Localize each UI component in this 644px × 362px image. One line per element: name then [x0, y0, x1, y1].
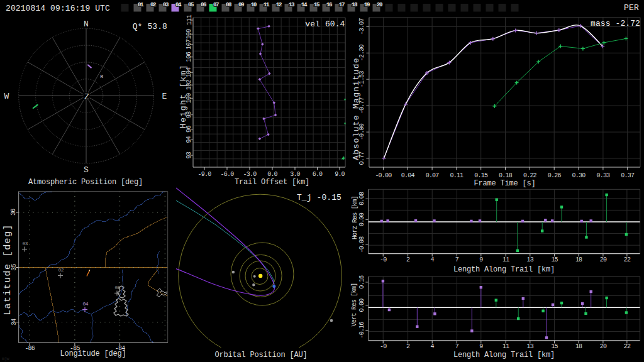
svg-text:16: 16 — [326, 2, 332, 8]
svg-text:03: 03 — [163, 2, 169, 8]
svg-text:34: 34 — [11, 319, 18, 326]
svg-text:0.0: 0.0 — [267, 171, 277, 178]
svg-text:0.37: 0.37 — [621, 172, 635, 179]
svg-text:22: 22 — [624, 256, 631, 263]
svg-text:Length Along Trail [km]: Length Along Trail [km] — [453, 265, 555, 274]
svg-text:Horz Res [km]: Horz Res [km] — [352, 196, 358, 239]
svg-text:17: 17 — [339, 2, 345, 8]
svg-text:10: 10 — [251, 2, 257, 8]
svg-text:mjw: mjw — [2, 356, 9, 361]
svg-text:13: 13 — [527, 256, 534, 263]
svg-text:9.0: 9.0 — [335, 171, 345, 178]
svg-text:-6.0: -6.0 — [221, 171, 235, 178]
svg-text:2: 2 — [406, 343, 410, 350]
svg-text:20: 20 — [377, 2, 382, 8]
svg-text:-0.00: -0.00 — [375, 172, 392, 179]
svg-text:Length Along Trail [km]: Length Along Trail [km] — [453, 351, 555, 359]
svg-text:0.18: 0.18 — [499, 172, 513, 179]
svg-text:02: 02 — [58, 267, 64, 273]
svg-text:-3.07: -3.07 — [358, 18, 365, 35]
svg-text:9: 9 — [479, 343, 483, 350]
svg-text:Absolute Magnitude: Absolute Magnitude — [352, 57, 361, 160]
svg-text:0.00: 0.00 — [358, 212, 365, 226]
svg-text:W: W — [4, 92, 9, 101]
svg-text:07: 07 — [213, 2, 219, 8]
svg-text:S: S — [84, 165, 89, 175]
svg-text:9: 9 — [479, 256, 483, 263]
svg-text:-86: -86 — [25, 345, 35, 352]
svg-text:6.0: 6.0 — [313, 171, 323, 178]
svg-text:18: 18 — [575, 343, 582, 350]
svg-text:93: 93 — [186, 151, 193, 158]
svg-text:Q* 53.8: Q* 53.8 — [133, 22, 167, 31]
svg-text:Orbital Position [AU]: Orbital Position [AU] — [214, 351, 307, 359]
svg-text:13: 13 — [527, 343, 534, 350]
svg-text:0.16: 0.16 — [358, 275, 365, 289]
svg-text:03: 03 — [23, 241, 28, 246]
svg-text:20: 20 — [600, 256, 607, 263]
svg-text:N: N — [84, 19, 89, 29]
svg-text:15: 15 — [551, 343, 558, 350]
svg-text:0.11: 0.11 — [450, 172, 464, 179]
svg-text:Atmospheric Position [deg]: Atmospheric Position [deg] — [28, 178, 143, 187]
svg-text:15: 15 — [551, 256, 558, 263]
svg-text:0.22: 0.22 — [523, 172, 537, 179]
svg-text:109: 109 — [186, 29, 193, 40]
svg-text:mass -2.72: mass -2.72 — [591, 19, 640, 28]
svg-text:94: 94 — [186, 136, 193, 143]
svg-text:0.04: 0.04 — [401, 172, 415, 179]
svg-text:20: 20 — [600, 343, 607, 350]
svg-text:Latitude [deg]: Latitude [deg] — [3, 224, 13, 315]
svg-text:Trail Offset [km]: Trail Offset [km] — [235, 178, 309, 187]
svg-text:0.08: 0.08 — [358, 192, 365, 206]
svg-text:08: 08 — [115, 285, 121, 290]
svg-text:0.30: 0.30 — [572, 172, 586, 179]
svg-text:0.33: 0.33 — [596, 172, 610, 179]
svg-text:0.00: 0.00 — [358, 299, 365, 312]
svg-text:11: 11 — [502, 256, 509, 263]
svg-text:-9.0: -9.0 — [198, 171, 212, 178]
svg-text:Frame Time [s]: Frame Time [s] — [474, 179, 535, 188]
svg-text:18: 18 — [352, 2, 357, 8]
svg-text:0.15: 0.15 — [474, 172, 488, 179]
svg-text:-3.0: -3.0 — [243, 171, 257, 178]
svg-text:-0.16: -0.16 — [358, 322, 365, 339]
svg-text:05: 05 — [188, 2, 194, 8]
svg-text:R: R — [101, 74, 104, 79]
svg-text:2: 2 — [406, 256, 410, 263]
svg-text:0.26: 0.26 — [548, 172, 562, 179]
svg-text:4: 4 — [431, 256, 435, 263]
svg-text:4: 4 — [431, 343, 435, 350]
svg-text:111: 111 — [186, 14, 193, 25]
svg-text:3.0: 3.0 — [290, 171, 300, 178]
svg-text:Longitude [deg]: Longitude [deg] — [60, 349, 126, 358]
svg-text:T_j -0.15: T_j -0.15 — [297, 193, 341, 202]
svg-text:22: 22 — [624, 343, 631, 350]
svg-text:36: 36 — [11, 209, 18, 216]
svg-text:18: 18 — [575, 256, 582, 263]
svg-text:19: 19 — [364, 2, 370, 8]
svg-text:7: 7 — [455, 343, 459, 350]
svg-text:-0.08: -0.08 — [358, 236, 365, 253]
svg-text:13: 13 — [289, 2, 294, 8]
svg-text:107: 107 — [186, 39, 193, 50]
svg-text:Height [km]: Height [km] — [179, 64, 188, 128]
svg-text:-0: -0 — [380, 256, 387, 263]
svg-text:106: 106 — [186, 52, 193, 62]
svg-text:Z: Z — [84, 92, 89, 102]
svg-text:11: 11 — [502, 343, 509, 350]
svg-text:-0: -0 — [380, 343, 387, 350]
svg-text:20210814 09:16:19 UTC: 20210814 09:16:19 UTC — [6, 4, 110, 13]
svg-text:09: 09 — [238, 2, 244, 8]
svg-text:04: 04 — [83, 301, 89, 307]
svg-text:vel 60.4: vel 60.4 — [305, 19, 345, 29]
svg-text:02: 02 — [150, 2, 156, 8]
svg-text:PER: PER — [624, 3, 639, 13]
svg-text:15: 15 — [314, 2, 319, 8]
svg-text:0.07: 0.07 — [426, 172, 440, 179]
svg-text:12: 12 — [276, 2, 282, 8]
svg-text:08: 08 — [226, 2, 231, 8]
svg-text:06: 06 — [201, 2, 206, 8]
svg-text:E: E — [162, 92, 167, 101]
svg-text:Vert Res [km]: Vert Res [km] — [351, 283, 358, 326]
